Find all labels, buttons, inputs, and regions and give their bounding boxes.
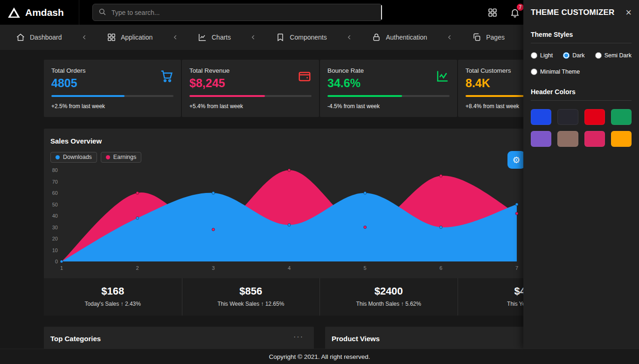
header-color-swatch-blue[interactable]	[531, 109, 551, 125]
lock-icon	[372, 33, 381, 42]
summary-value: $856	[182, 285, 320, 297]
up-arrow-change: ↑ 2.43%	[121, 301, 141, 307]
stat-delta: +2.5% from last week	[51, 103, 174, 110]
svg-text:60: 60	[52, 190, 58, 196]
svg-text:2: 2	[136, 265, 139, 271]
chart-line-icon	[436, 69, 450, 90]
copyright-text: Copyright © 2021. All right reserved.	[269, 353, 370, 360]
customizer-title: THEME CUSTOMIZER	[531, 8, 615, 17]
sales-summary-row: $168 Today's Sales ↑ 2.43% $856 This Wee…	[44, 278, 595, 316]
header-actions: 7	[487, 7, 520, 18]
brand-name: Amdash	[25, 7, 64, 18]
header-color-swatch-dark[interactable]	[557, 109, 578, 125]
nav-item-dashboard[interactable]: Dashboard	[16, 33, 62, 42]
summary-value: $168	[44, 285, 182, 297]
svg-text:10: 10	[52, 247, 58, 253]
main-content: Total Orders 4805 +2.5% from last week T…	[44, 50, 595, 364]
svg-text:70: 70	[52, 179, 58, 185]
chart-settings-button[interactable]: ⚙	[507, 151, 525, 169]
stat-title: Total Revenue	[189, 67, 229, 74]
svg-text:7: 7	[515, 265, 518, 271]
nav-item-pages[interactable]: Pages	[472, 33, 505, 42]
brand-logo-icon	[7, 6, 21, 19]
summary-today: $168 Today's Sales ↑ 2.43%	[44, 278, 182, 316]
up-arrow-change: ↑ 5.62%	[401, 301, 421, 307]
theme-option-minimal[interactable]: Minimal Theme	[531, 69, 580, 75]
pages-icon	[472, 33, 481, 42]
main-nav: Dashboard Application Charts Components …	[0, 25, 523, 50]
radio-minimal-theme[interactable]	[531, 69, 537, 75]
divider	[531, 43, 632, 43]
radio-dark[interactable]	[563, 52, 570, 59]
radio-semi-dark[interactable]	[595, 52, 602, 59]
summary-month: $2400 This Month Sales ↑ 5.62%	[320, 278, 458, 316]
search-bar	[92, 4, 382, 21]
header-color-swatch-pink[interactable]	[584, 131, 605, 147]
sales-overview-card: Sales Overview Downloads Earnings ⚙ 0102…	[44, 129, 595, 316]
svg-text:1: 1	[60, 265, 63, 271]
stat-title: Total Orders	[51, 67, 86, 74]
stat-card-bounce-rate: Bounce Rate 34.6% -4.5% from last week	[320, 60, 457, 117]
search-input-edge	[381, 5, 382, 20]
header-color-swatch-brown[interactable]	[557, 131, 578, 147]
header-colors-grid	[531, 109, 632, 147]
svg-text:5: 5	[364, 265, 367, 271]
svg-text:20: 20	[52, 236, 58, 241]
stat-card-total-revenue: Total Revenue $8,245 +5.4% from last wee…	[182, 60, 319, 117]
apps-grid-button[interactable]	[487, 7, 498, 18]
header-color-swatch-red[interactable]	[584, 109, 605, 125]
header-color-swatch-purple[interactable]	[531, 131, 551, 147]
stat-value: 4805	[51, 76, 86, 90]
stat-progress	[51, 95, 174, 97]
header-color-swatch-green[interactable]	[611, 109, 632, 125]
nav-item-components[interactable]: Components	[276, 33, 326, 42]
search-input[interactable]	[92, 4, 382, 21]
home-icon	[16, 33, 25, 42]
stat-card-total-orders: Total Orders 4805 +2.5% from last week	[44, 60, 181, 117]
theme-option-dark[interactable]: Dark	[563, 52, 584, 59]
svg-text:80: 80	[52, 167, 58, 173]
stat-value: $8,245	[189, 76, 229, 90]
theme-options-row-1: Light Dark Semi Dark	[531, 52, 632, 59]
footer: Copyright © 2021. All right reserved.	[0, 349, 639, 364]
legend-earnings[interactable]: Earnings	[101, 152, 141, 163]
bookmark-icon	[276, 33, 285, 42]
svg-text:3: 3	[212, 265, 215, 271]
stat-progress	[189, 95, 312, 97]
chevron-left-icon	[446, 34, 453, 41]
nav-item-authentication[interactable]: Authentication	[372, 33, 427, 42]
header-color-swatch-orange[interactable]	[611, 131, 632, 147]
sales-area-chart: 010203040506070801234567	[48, 165, 523, 274]
up-arrow-change: ↑ 12.65%	[261, 301, 284, 307]
notifications-button[interactable]: 7	[510, 7, 520, 18]
theme-options-row-2: Minimal Theme	[531, 69, 632, 75]
theme-option-semi-dark[interactable]: Semi Dark	[595, 52, 632, 59]
nav-item-charts[interactable]: Charts	[198, 33, 231, 42]
theme-option-light[interactable]: Light	[531, 52, 553, 59]
search-icon	[98, 7, 107, 18]
card-menu-button[interactable]: ···	[291, 332, 306, 342]
top-categories-title: Top Categories	[50, 335, 307, 343]
stats-row: Total Orders 4805 +2.5% from last week T…	[44, 60, 595, 117]
stat-title: Bounce Rate	[327, 67, 364, 74]
theme-styles-heading: Theme Styles	[531, 31, 632, 38]
notification-badge: 7	[517, 4, 524, 11]
svg-text:40: 40	[52, 213, 58, 219]
summary-value: $2400	[320, 285, 458, 297]
divider	[531, 100, 632, 101]
theme-customizer-panel: THEME CUSTOMIZER × Theme Styles Light Da…	[523, 0, 639, 349]
legend-dot	[106, 155, 110, 159]
svg-text:4: 4	[288, 265, 291, 271]
chevron-left-icon	[250, 34, 257, 41]
svg-text:6: 6	[439, 265, 442, 271]
nav-item-application[interactable]: Application	[107, 33, 153, 42]
brand[interactable]: Amdash	[0, 0, 79, 25]
header-colors-heading: Header Colors	[531, 88, 632, 96]
stat-value: 8.4K	[465, 76, 511, 90]
svg-text:30: 30	[52, 225, 58, 230]
wallet-icon	[298, 69, 312, 90]
close-icon[interactable]: ×	[625, 7, 632, 18]
radio-light[interactable]	[531, 52, 537, 59]
stat-delta: -4.5% from last week	[327, 103, 450, 110]
legend-downloads[interactable]: Downloads	[50, 152, 97, 163]
